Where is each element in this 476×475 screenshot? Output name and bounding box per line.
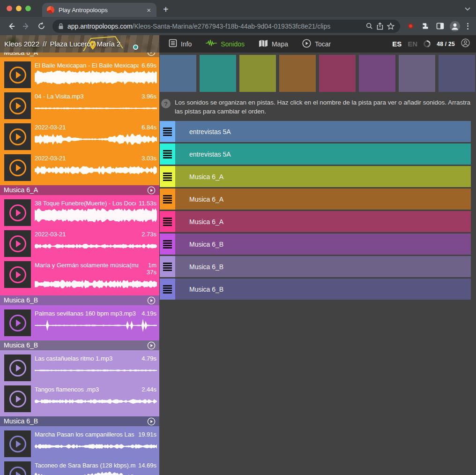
clip-play-button[interactable] <box>4 261 31 288</box>
track-row[interactable]: Musica 6_B <box>160 279 471 300</box>
track-row[interactable]: Musica 6_B <box>160 256 471 277</box>
track-row-label-area[interactable]: entrevistas 5A <box>175 121 471 142</box>
record-extension-icon[interactable] <box>408 23 414 29</box>
track-row-label-area[interactable]: Musica 6_B <box>175 256 471 277</box>
track-color-cell[interactable] <box>160 55 196 92</box>
map-thumbnail[interactable]: Kleos 2022 // Plaza Lucero / María 2 <box>0 35 159 53</box>
track-color-cell[interactable] <box>200 55 236 92</box>
zoom-page-icon[interactable] <box>366 23 373 30</box>
clip-item[interactable]: 04 - La Visita.mp33.96s <box>0 92 159 119</box>
clip-item[interactable]: Taconeo de Sara Baras (128 kbps).mp314.6… <box>0 461 159 475</box>
lang-es-button[interactable]: ES <box>392 40 402 48</box>
track-drag-handle[interactable] <box>160 143 175 165</box>
clip-play-button[interactable] <box>4 309 31 336</box>
track-row-label-area[interactable]: Musica 6_B <box>175 234 471 255</box>
track-color-cell[interactable] <box>359 55 395 92</box>
nav-item-mapa[interactable]: Mapa <box>259 39 288 49</box>
track-row[interactable]: entrevistas 5A <box>160 143 471 165</box>
forward-button[interactable] <box>20 20 33 33</box>
clip-item[interactable]: María y Germán solamente música(maría 2.… <box>0 261 159 291</box>
track-row-label-area[interactable]: Musica 6_A <box>175 166 471 187</box>
user-account-icon[interactable] <box>461 38 470 49</box>
lang-en-button[interactable]: EN <box>408 40 417 48</box>
clip-item[interactable]: 2022-03-216.84s <box>0 123 159 150</box>
clip-item[interactable]: 2022-03-213.03s <box>0 154 159 181</box>
track-drag-handle[interactable] <box>160 121 175 142</box>
track-row-label-area[interactable]: entrevistas 5A <box>175 143 471 165</box>
track-row-label-area[interactable]: Musica 6_A <box>175 211 471 232</box>
track-color-cell[interactable] <box>319 55 356 92</box>
clip-play-button[interactable] <box>4 123 31 150</box>
lock-icon[interactable] <box>58 23 64 30</box>
track-header[interactable]: Musica 6_B <box>0 295 159 305</box>
track-row-label-area[interactable]: Musica 6_B <box>175 279 471 300</box>
track-play-icon[interactable] <box>147 53 156 56</box>
browser-tab[interactable]: Play Antropoloops × <box>42 3 156 17</box>
track-row[interactable]: Musica 6_B <box>160 234 471 255</box>
clip-item[interactable]: 2022-03-212.73s <box>0 230 159 257</box>
nav-item-tocar[interactable]: Tocar <box>302 39 331 49</box>
clip-play-button[interactable] <box>4 92 31 119</box>
track-drag-handle[interactable] <box>160 279 175 300</box>
clip-play-button[interactable] <box>4 461 31 475</box>
clip-play-button[interactable] <box>4 230 31 257</box>
nav-item-info[interactable]: Info <box>169 39 192 49</box>
minimize-window-button[interactable] <box>16 6 22 11</box>
tab-close-icon[interactable]: × <box>146 7 152 14</box>
track-play-icon[interactable] <box>147 341 156 350</box>
side-panel-icon[interactable] <box>433 20 446 33</box>
breadcrumb-page[interactable]: Plaza Lucero / María 2 <box>50 40 120 48</box>
clip-play-button[interactable] <box>4 61 31 88</box>
close-window-button[interactable] <box>7 6 12 11</box>
clip-item[interactable]: El Baile Mexicapan - El Baile Mexicapan.… <box>0 61 159 88</box>
track-drag-handle[interactable] <box>160 188 175 210</box>
track-row[interactable]: Musica 6_A <box>160 188 471 210</box>
track-header-label: Musica 6_B <box>4 416 38 426</box>
track-drag-handle[interactable] <box>160 211 175 232</box>
clip-play-button[interactable] <box>4 354 31 381</box>
clip-item[interactable]: Tangos flamencos .mp32.44s <box>0 385 159 412</box>
clip-item[interactable]: Marcha Pasan los campanilleros Las Mejor… <box>0 430 159 457</box>
track-color-cell[interactable] <box>279 55 316 92</box>
track-play-icon[interactable] <box>147 186 156 195</box>
clip-play-button[interactable] <box>4 385 31 412</box>
clip-waveform <box>35 101 157 115</box>
tab-search-chevron-icon[interactable] <box>465 4 470 13</box>
bookmark-star-icon[interactable] <box>387 23 394 30</box>
track-play-icon[interactable] <box>147 296 156 305</box>
track-play-icon[interactable] <box>147 417 156 426</box>
track-color-cell[interactable] <box>399 55 435 92</box>
clip-item[interactable]: Palmas sevillanas 160 bpm mp3.mp34.19s <box>0 309 159 336</box>
track-header[interactable]: Musica 6_B <box>0 416 159 426</box>
reload-button[interactable] <box>35 20 48 33</box>
address-bar[interactable]: app.antropoloops.com/Kleos-Santa-Marina/… <box>52 20 400 33</box>
track-drag-handle[interactable] <box>160 256 175 277</box>
browser-profile-avatar[interactable] <box>448 20 461 33</box>
clip-play-button[interactable] <box>4 154 31 181</box>
track-color-cell[interactable] <box>439 55 475 92</box>
zoom-window-button[interactable] <box>25 6 31 11</box>
track-row[interactable]: entrevistas 5A <box>160 121 471 142</box>
browser-menu-icon[interactable] <box>463 23 471 30</box>
extensions-puzzle-icon[interactable] <box>418 20 431 33</box>
track-color-cell[interactable] <box>239 55 276 92</box>
track-row-label-area[interactable]: Musica 6_A <box>175 188 471 210</box>
track-drag-handle[interactable] <box>160 234 175 255</box>
clip-play-button[interactable] <box>4 430 31 457</box>
clip-label: 38 Toque Funebre(Muerte) - Los Doce Par.… <box>35 200 156 207</box>
clip-duration: 11.53s <box>139 200 156 207</box>
track-row[interactable]: Musica 6_A <box>160 211 471 232</box>
share-icon[interactable] <box>377 23 383 30</box>
track-header[interactable]: Musica 6_A <box>0 53 159 57</box>
track-header[interactable]: Musica 6_A <box>0 185 159 195</box>
new-tab-button[interactable]: + <box>163 5 169 14</box>
clip-play-button[interactable] <box>4 199 31 226</box>
back-button[interactable] <box>5 20 18 33</box>
track-drag-handle[interactable] <box>160 166 175 187</box>
track-header[interactable]: Musica 6_B <box>0 340 159 350</box>
nav-item-sonidos[interactable]: Sonidos <box>206 39 245 49</box>
clip-item[interactable]: Las castañuelas ritmo 1.mp34.79s <box>0 354 159 381</box>
breadcrumb-project[interactable]: Kleos 2022 <box>4 40 39 48</box>
clip-item[interactable]: 38 Toque Funebre(Muerte) - Los Doce Par.… <box>0 199 159 226</box>
track-row[interactable]: Musica 6_A <box>160 166 471 187</box>
